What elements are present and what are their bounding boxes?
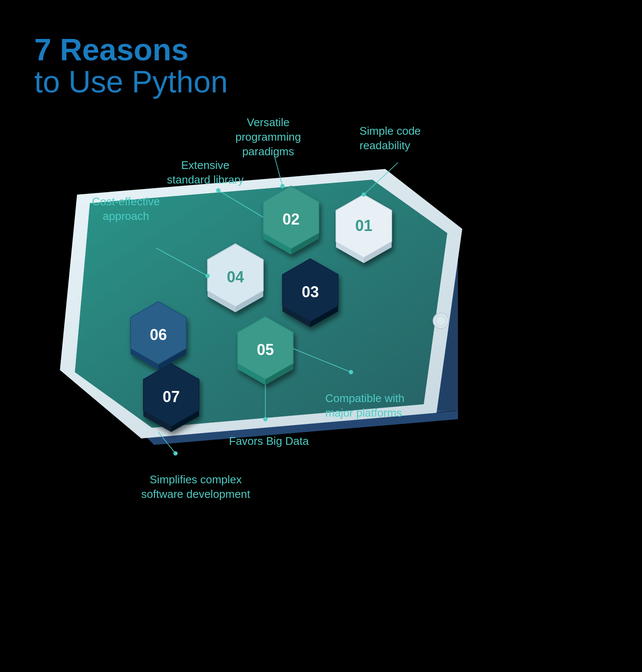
label-simplifies-text: Simplifies complex software development <box>141 473 250 500</box>
label-simple: Simple code readability <box>360 124 421 153</box>
label-favors-text: Favors Big Data <box>229 435 309 447</box>
svg-point-47 <box>349 370 353 374</box>
svg-point-49 <box>263 417 268 421</box>
svg-text:04: 04 <box>227 268 244 286</box>
svg-text:06: 06 <box>150 326 167 343</box>
title-line1: 7 Reasons <box>34 34 228 65</box>
label-simple-text: Simple code readability <box>360 124 421 152</box>
svg-text:02: 02 <box>282 210 300 228</box>
svg-text:03: 03 <box>302 283 319 301</box>
svg-point-43 <box>216 188 220 192</box>
tablet-illustration: 01 02 03 04 <box>26 111 496 496</box>
label-extensive: Extensive standard library <box>167 158 244 187</box>
title-block: 7 Reasons to Use Python <box>34 34 228 99</box>
svg-point-41 <box>362 192 366 197</box>
label-favors: Favors Big Data <box>229 434 309 449</box>
label-costeffective: Cost-effective approach <box>92 195 160 224</box>
label-costeffective-text: Cost-effective approach <box>92 195 160 222</box>
label-versatile-text: Versatile programming paradigms <box>235 116 301 158</box>
svg-text:05: 05 <box>257 341 274 358</box>
svg-point-51 <box>173 451 178 456</box>
label-simplifies: Simplifies complex software development <box>141 473 250 502</box>
page: 7 Reasons to Use Python <box>0 0 642 672</box>
label-compatible-text: Compatible with major platforms <box>325 392 404 419</box>
svg-text:01: 01 <box>355 217 372 234</box>
label-compatible: Compatible with major platforms <box>325 391 404 420</box>
title-line2: to Use Python <box>34 65 228 99</box>
svg-text:07: 07 <box>163 388 180 406</box>
svg-point-45 <box>205 274 210 278</box>
svg-point-39 <box>280 184 285 188</box>
label-extensive-text: Extensive standard library <box>167 159 244 186</box>
label-versatile: Versatile programming paradigms <box>235 115 301 159</box>
